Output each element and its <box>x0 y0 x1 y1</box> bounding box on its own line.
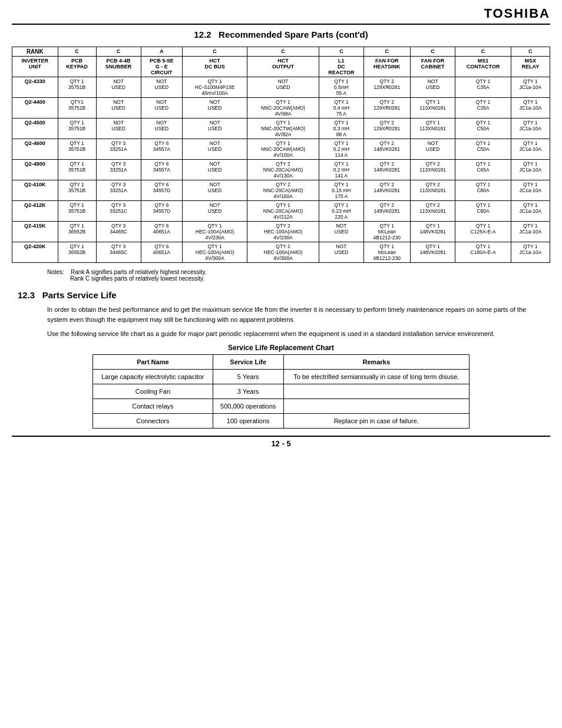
table-row: Q2-4400QTY135751BNOTUSEDNOTUSEDNOTUSEDQT… <box>12 98 550 118</box>
table-cell: QTY 1NNC-20CAW(AMO)4V/68A <box>247 98 319 118</box>
table-cell: QTY 1148VK0281 <box>410 242 455 263</box>
table-cell: NOTUSED <box>410 139 455 160</box>
table-row: Q2-4600QTY 135751BQTY 333251AQTY 634557A… <box>12 139 550 160</box>
service-table-row: Large capacity electrolytic capacitor5 Y… <box>93 369 470 384</box>
table-cell: QTY 1HEC-100A(AMO)4V/230A <box>182 222 247 242</box>
section-para2: Use the following service life chart as … <box>47 329 538 339</box>
col-c2: C <box>96 47 141 57</box>
hct-dc-header: HCTDC BUS <box>182 57 247 77</box>
subsection-title: 12.3 Parts Service Life <box>18 290 550 300</box>
table-cell: QTY 640651A <box>141 242 182 263</box>
table-cell: NOTUSED <box>182 160 247 180</box>
unit-cell: Q2-4800 <box>12 160 58 180</box>
spare-parts-table: RANK C C A C C C C C C C INVERTERUNIT PC… <box>12 47 550 263</box>
table-cell: QTY 2129XR0281 <box>363 118 410 139</box>
service-cell-remarks <box>283 398 469 413</box>
table-cell: QTY 1JC1a-10A <box>511 98 550 118</box>
table-cell: QTY 1C180A-E-A <box>455 242 511 263</box>
ms1-header: MS1CONTACTOR <box>455 57 511 77</box>
table-cell: NOTUSED <box>141 98 182 118</box>
table-cell: QTY 333251C <box>96 201 141 222</box>
service-col-part: Part Name <box>93 354 213 369</box>
table-cell: QTY 10.3 mH88 A <box>319 118 363 139</box>
unit-cell: Q2-4600 <box>12 139 58 160</box>
service-cell-remarks: To be electrified semiannually in case o… <box>283 369 469 384</box>
header-bar: TOSHIBA <box>12 6 550 25</box>
l1-header: L1DCREACTOR <box>319 57 363 77</box>
table-cell: QTY 1C35A <box>455 77 511 98</box>
table-cell: QTY 1JC1a-10A <box>511 77 550 98</box>
table-cell: QTY 2NNC-20CA(AMO)4V/160A <box>247 180 319 201</box>
table-row: Q2-420KQTY 136552BQTY 334465CQTY 640651A… <box>12 242 550 263</box>
table-cell: QTY 10.5mH55 A <box>319 77 363 98</box>
service-table-row: Contact relays500,000 operations <box>93 398 470 413</box>
table-row: Q2-415KQTY 136552BQTY 334465CQTY 640651A… <box>12 222 550 242</box>
service-cell-remarks <box>283 384 469 398</box>
table-cell: NOTUSED <box>141 77 182 98</box>
table-cell: QTY 2148VK0281 <box>363 139 410 160</box>
table-cell: QTY 333251A <box>96 139 141 160</box>
table-cell: QTY 10.2 mH114 A <box>319 139 363 160</box>
table-cell: QTY 2HEC-100A(AMO)4V/230A <box>247 222 319 242</box>
table-cell: QTY 1148VK0281 <box>410 222 455 242</box>
service-cell-life: 100 operations <box>213 413 283 428</box>
table-cell: QTY 1C50A <box>455 118 511 139</box>
table-cell: QTY 135751B <box>58 201 96 222</box>
msx-header: MSXRELAY <box>511 57 550 77</box>
table-cell: QTY 2113XN0181 <box>410 201 455 222</box>
table-cell: NOTUSED <box>96 98 141 118</box>
table-cell: QTY 634557D <box>141 201 182 222</box>
table-cell: QTY 1C65A <box>455 160 511 180</box>
table-cell: QTY 2148VK0281 <box>363 160 410 180</box>
pcb44b-header: PCB 4-4BSNUBBER <box>96 57 141 77</box>
table-cell: QTY 10.4 mH75 A <box>319 98 363 118</box>
table-cell: NOTUSED <box>319 242 363 263</box>
service-cell-life: 5 Years <box>213 369 283 384</box>
service-cell-life: 3 Years <box>213 384 283 398</box>
service-table-row: Connectors100 operationsReplace pin in c… <box>93 413 470 428</box>
table-cell: NOTUSED <box>182 201 247 222</box>
notes-line1: Rank A signifies parts of relatively hig… <box>71 269 206 275</box>
table-cell: QTY 136552B <box>58 222 96 242</box>
pcb-keypad-header: PCBKEYPAD <box>58 57 96 77</box>
service-col-remarks: Remarks <box>283 354 469 369</box>
hct-out-header: HCTOUTPUT <box>247 57 319 77</box>
table-cell: QTY 333251A <box>96 180 141 201</box>
col-c6: C <box>363 47 410 57</box>
table-cell: QTY 333251A <box>96 160 141 180</box>
page-number: 12 - 5 <box>271 439 290 448</box>
table-cell: NOTUSED <box>182 139 247 160</box>
table-cell: QTY 135751B <box>58 160 96 180</box>
unit-cell: Q2-4330 <box>12 77 58 98</box>
unit-cell: Q2-412K <box>12 201 58 222</box>
table-cell: NOTUSED <box>182 180 247 201</box>
table-cell: QTY 334465C <box>96 242 141 263</box>
section-para1: In order to obtain the best performance … <box>47 305 538 324</box>
notes-section: Notes: Rank A signifies parts of relativ… <box>47 269 550 282</box>
table-cell: NOTUSED <box>182 118 247 139</box>
table-row: Q2-4330QTY 135751BNOTUSEDNOTUSEDQTY 1HC-… <box>12 77 550 98</box>
col-c3: C <box>182 47 247 57</box>
unit-cell: Q2-420K <box>12 242 58 263</box>
table-cell: QTY 2HEC-100A(AMO)4V/300A <box>247 242 319 263</box>
table-cell: QTY 1HC-S100M4P15E45mV/100A <box>182 77 247 98</box>
service-cell-life: 500,000 operations <box>213 398 283 413</box>
col-c7: C <box>410 47 455 57</box>
table-cell: QTY 1JC1a-10A <box>511 222 550 242</box>
table-cell: QTY 1McLean4B1212-230 <box>363 222 410 242</box>
pcb55e-header: PCB 5-5EG - ECIRCUIT <box>141 57 182 77</box>
table-cell: QTY 136552B <box>58 242 96 263</box>
table-row: Q2-412KQTY 135751BQTY 333251CQTY 634557D… <box>12 201 550 222</box>
col-c4: C <box>247 47 319 57</box>
table-cell: NOTUSED <box>141 118 182 139</box>
table-cell: NOTUSED <box>319 222 363 242</box>
unit-cell: Q2-415K <box>12 222 58 242</box>
table-cell: QTY 2148VK0281 <box>363 201 410 222</box>
table-cell: QTY135751B <box>58 98 96 118</box>
table-cell: QTY 1JC1a-10A <box>511 180 550 201</box>
table-cell: QTY 2129XR0281 <box>363 98 410 118</box>
table-cell: QTY 1JC1a-10A <box>511 242 550 263</box>
fan-heat-header: FAN FORHEATSINK <box>363 57 410 77</box>
table-cell: QTY 1HEC-100A(AMO)4V/300A <box>182 242 247 263</box>
table-cell: QTY 634557A <box>141 160 182 180</box>
